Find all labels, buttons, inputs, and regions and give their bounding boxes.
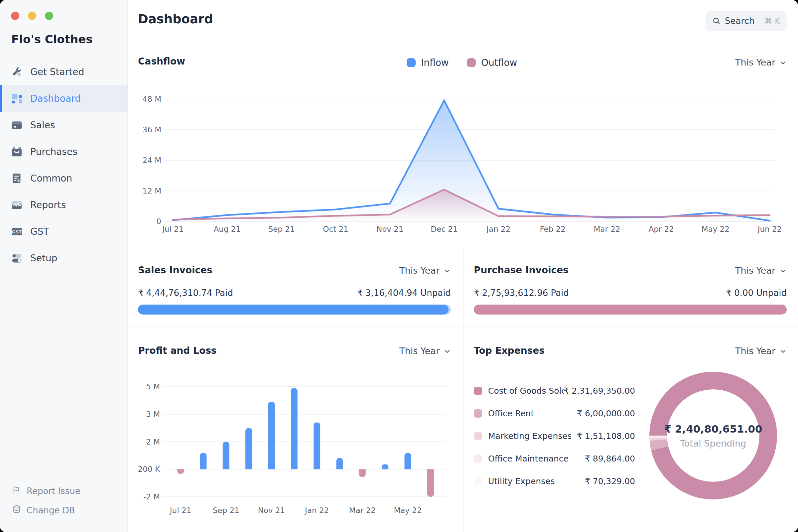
svg-text:0: 0 bbox=[156, 217, 161, 226]
expense-swatch bbox=[474, 432, 482, 440]
chevron-down-icon bbox=[779, 269, 787, 274]
purchase-progress-fill bbox=[474, 305, 787, 315]
sales-period-selector[interactable]: This Year bbox=[399, 265, 451, 276]
svg-text:24 M: 24 M bbox=[143, 156, 161, 165]
expense-row[interactable]: Utility Expenses ₹ 70,329.00 bbox=[474, 475, 635, 487]
wrench-icon bbox=[11, 66, 22, 77]
cashflow-period-selector[interactable]: This Year bbox=[735, 57, 787, 68]
chevron-down-icon bbox=[443, 349, 451, 354]
purchase-unpaid-amount: ₹ 0.00 Unpaid bbox=[726, 288, 787, 298]
expense-label: Utility Expenses bbox=[488, 476, 555, 486]
expense-row[interactable]: Office Maintenance ₹ 89,864.00 bbox=[474, 453, 635, 464]
sidebar-footer-label: Report Issue bbox=[26, 486, 80, 496]
svg-text:-2 M: -2 M bbox=[143, 492, 160, 501]
sidebar-item[interactable]: GST GST bbox=[0, 218, 127, 245]
inflow-swatch bbox=[407, 58, 416, 67]
sidebar-item[interactable]: Common bbox=[0, 165, 127, 191]
expense-label: Marketing Expenses bbox=[488, 431, 571, 441]
sidebar-item[interactable]: Sales bbox=[0, 112, 127, 138]
sidebar-footer-item[interactable]: Change DB bbox=[12, 505, 80, 516]
sidebar-nav: Get Started Dashboard Sales Purchases bbox=[0, 58, 127, 271]
expense-amount: ₹ 89,864.00 bbox=[585, 454, 635, 463]
divider bbox=[127, 248, 798, 248]
svg-text:May 22: May 22 bbox=[394, 506, 422, 515]
bag-icon bbox=[11, 146, 22, 157]
svg-text:Sep 21: Sep 21 bbox=[268, 225, 294, 233]
total-spending-label: Total Spending bbox=[680, 438, 746, 449]
top-expenses-period-selector[interactable]: This Year bbox=[735, 346, 787, 356]
svg-text:Dec 21: Dec 21 bbox=[431, 225, 457, 233]
expense-label: Office Maintenance bbox=[488, 454, 569, 463]
donut-center: ₹ 2,40,80,651.00 Total Spending bbox=[667, 390, 759, 482]
svg-text:May 22: May 22 bbox=[702, 225, 729, 233]
flag-icon bbox=[12, 486, 21, 497]
sales-unpaid-amount: ₹ 3,16,404.94 Unpaid bbox=[357, 288, 451, 298]
svg-text:12 M: 12 M bbox=[143, 187, 161, 195]
sidebar-footer-label: Change DB bbox=[26, 506, 75, 515]
zoom-window-button[interactable] bbox=[45, 12, 53, 20]
svg-text:3 M: 3 M bbox=[146, 410, 160, 419]
expense-row[interactable]: Office Rent ₹ 6,00,000.00 bbox=[474, 407, 635, 419]
legend-inflow-label: Inflow bbox=[421, 57, 449, 68]
expense-amount: ₹ 70,329.00 bbox=[585, 476, 635, 486]
sidebar-item[interactable]: Purchases bbox=[0, 138, 127, 165]
expense-amount: ₹ 6,00,000.00 bbox=[577, 408, 635, 418]
chevron-down-icon bbox=[779, 349, 787, 354]
svg-text:Jul 21: Jul 21 bbox=[169, 506, 191, 515]
sidebar-item[interactable]: Dashboard bbox=[0, 85, 127, 112]
sales-progress-bar bbox=[138, 305, 451, 315]
expense-label: Cost of Goods Sold bbox=[488, 386, 564, 396]
sidebar-item-label: Sales bbox=[30, 120, 55, 131]
total-spending-amount: ₹ 2,40,80,651.00 bbox=[664, 423, 762, 435]
database-icon bbox=[12, 505, 21, 516]
legend-inflow: Inflow bbox=[407, 57, 449, 68]
sidebar-item[interactable]: Get Started bbox=[0, 58, 127, 85]
sidebar-item-label: Get Started bbox=[30, 66, 84, 77]
page-title: Dashboard bbox=[138, 12, 213, 26]
expense-swatch bbox=[474, 477, 482, 486]
purchase-progress-bar bbox=[474, 305, 787, 315]
svg-text:48 M: 48 M bbox=[143, 95, 161, 103]
app-window: Flo's Clothes Get Started Dashboard Sale… bbox=[0, 0, 798, 532]
profit-loss-title: Profit and Loss bbox=[138, 345, 216, 356]
svg-text:Mar 22: Mar 22 bbox=[593, 225, 620, 233]
close-window-button[interactable] bbox=[11, 12, 19, 20]
sidebar-item[interactable]: Reports bbox=[0, 191, 127, 218]
expense-label: Office Rent bbox=[488, 408, 534, 418]
company-name: Flo's Clothes bbox=[11, 33, 92, 46]
profit-loss-period-selector[interactable]: This Year bbox=[399, 346, 451, 356]
purchase-paid-amount: ₹ 2,75,93,612.96 Paid bbox=[474, 288, 569, 298]
search-placeholder: Search bbox=[725, 16, 755, 26]
sales-invoices-title: Sales Invoices bbox=[138, 265, 212, 276]
svg-text:Sep 21: Sep 21 bbox=[213, 506, 240, 515]
expense-swatch bbox=[474, 409, 482, 418]
expense-swatch bbox=[474, 387, 482, 395]
profit-loss-chart: 5 M3 M2 M-200 K-2 MJul 21Sep 21Nov 21Jan… bbox=[138, 373, 454, 525]
expense-legend: Cost of Goods Sold ₹ 2,31,69,350.00 Offi… bbox=[474, 385, 635, 498]
sidebar: Flo's Clothes Get Started Dashboard Sale… bbox=[0, 0, 128, 532]
minimize-window-button[interactable] bbox=[28, 12, 36, 20]
doc-icon bbox=[11, 173, 22, 184]
expense-row[interactable]: Marketing Expenses ₹ 1,51,108.00 bbox=[474, 430, 635, 442]
sidebar-footer: Report Issue Change DB bbox=[12, 486, 80, 516]
expense-row[interactable]: Cost of Goods Sold ₹ 2,31,69,350.00 bbox=[474, 385, 635, 397]
sidebar-item-label: GST bbox=[30, 226, 49, 237]
search-input[interactable]: Search ⌘ K bbox=[706, 11, 787, 31]
sidebar-item-label: Setup bbox=[30, 253, 58, 264]
svg-text:Oct 21: Oct 21 bbox=[323, 225, 348, 233]
purchase-period-selector[interactable]: This Year bbox=[735, 265, 787, 276]
chevron-down-icon bbox=[779, 61, 787, 65]
search-shortcut: ⌘ K bbox=[764, 16, 780, 25]
svg-text:Jul 21: Jul 21 bbox=[162, 225, 184, 233]
legend-outflow-label: Outflow bbox=[481, 57, 517, 68]
sidebar-item-label: Purchases bbox=[30, 146, 77, 157]
expense-amount: ₹ 1,51,108.00 bbox=[577, 431, 635, 441]
sidebar-item-label: Dashboard bbox=[30, 93, 81, 104]
toggles-icon bbox=[11, 253, 22, 264]
outflow-swatch bbox=[467, 58, 476, 67]
sidebar-item[interactable]: Setup bbox=[0, 245, 127, 271]
sidebar-footer-item[interactable]: Report Issue bbox=[12, 486, 80, 497]
window-controls bbox=[11, 12, 53, 20]
divider bbox=[463, 248, 463, 532]
cashflow-title: Cashflow bbox=[138, 56, 185, 67]
